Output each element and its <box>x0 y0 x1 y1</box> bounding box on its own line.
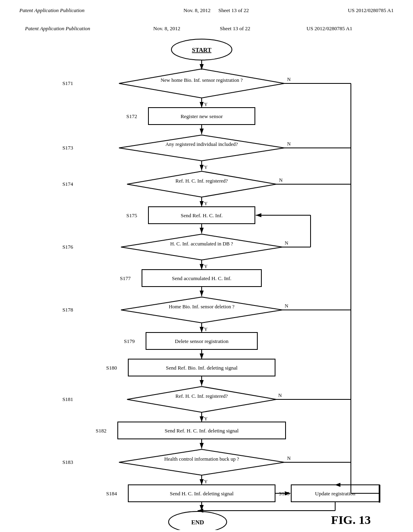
svg-text:N: N <box>279 177 283 183</box>
svg-text:Register new sensor: Register new sensor <box>181 113 223 119</box>
svg-text:N: N <box>278 393 282 398</box>
svg-text:Patent Application Publication: Patent Application Publication <box>25 25 90 31</box>
svg-text:S183: S183 <box>63 459 73 465</box>
svg-text:Delete sensor registration: Delete sensor registration <box>175 338 229 344</box>
svg-text:N: N <box>285 303 288 309</box>
svg-text:Send accumulated H. C. Inf.: Send accumulated H. C. Inf. <box>172 275 232 281</box>
svg-text:S175: S175 <box>126 212 137 218</box>
svg-text:Y: Y <box>204 102 208 107</box>
svg-text:S171: S171 <box>63 80 73 86</box>
svg-text:Send Ref. Bio. Inf. deleting s: Send Ref. Bio. Inf. deleting signal <box>166 365 238 371</box>
svg-text:S180: S180 <box>106 365 117 371</box>
header-date: Nov. 8, 2012 <box>184 7 211 13</box>
svg-text:FIG. 13: FIG. 13 <box>331 513 371 526</box>
main-diagram: Patent Application Publication Nov. 8, 2… <box>0 18 413 530</box>
header-left: Patent Application Publication <box>19 7 85 14</box>
svg-text:Send Ref. H. C. Inf. deleting : Send Ref. H. C. Inf. deleting signal <box>165 428 239 434</box>
svg-text:Health control information buc: Health control information buck up ? <box>164 456 239 462</box>
svg-text:S178: S178 <box>63 307 73 313</box>
header-center: Nov. 8, 2012 Sheet 13 of 22 <box>184 7 249 14</box>
svg-marker-104 <box>119 69 284 98</box>
svg-text:END: END <box>191 519 204 526</box>
header-sheet: Sheet 13 of 22 <box>219 7 249 13</box>
svg-text:N: N <box>287 455 291 461</box>
svg-text:New home Bio. Inf. sensor regi: New home Bio. Inf. sensor registration ? <box>161 77 243 83</box>
svg-text:S174: S174 <box>63 181 73 187</box>
svg-text:H. C. Inf. accumulated in DB ?: H. C. Inf. accumulated in DB ? <box>170 241 233 247</box>
svg-text:Y: Y <box>204 164 208 170</box>
svg-text:S173: S173 <box>63 145 73 151</box>
svg-text:Ref. H. C. Inf. registered?: Ref. H. C. Inf. registered? <box>175 393 228 399</box>
svg-text:S182: S182 <box>96 428 106 434</box>
svg-text:N: N <box>287 141 291 147</box>
svg-text:Ref. H. C. Inf. registered?: Ref. H. C. Inf. registered? <box>175 178 228 184</box>
svg-marker-143 <box>121 297 282 323</box>
svg-text:Sheet 13 of 22: Sheet 13 of 22 <box>220 25 250 31</box>
svg-text:Y: Y <box>204 264 208 269</box>
page-header: Patent Application Publication Nov. 8, 2… <box>0 0 413 14</box>
svg-marker-120 <box>127 171 276 197</box>
svg-text:Y: Y <box>204 416 208 422</box>
svg-text:Send H. C. Inf. deleting signa: Send H. C. Inf. deleting signal <box>170 490 234 497</box>
svg-text:Home Bio. Inf. sensor deletion: Home Bio. Inf. sensor deletion ? <box>169 304 235 310</box>
svg-text:Y: Y <box>204 201 208 206</box>
svg-text:Any registered individual incl: Any registered individual included? <box>165 141 238 147</box>
svg-text:Update registration: Update registration <box>315 490 355 497</box>
svg-text:S176: S176 <box>63 244 73 250</box>
svg-text:S181: S181 <box>63 396 73 402</box>
svg-text:N: N <box>285 240 288 246</box>
svg-marker-157 <box>127 387 276 412</box>
svg-text:S172: S172 <box>126 113 137 119</box>
svg-text:START: START <box>192 47 211 53</box>
svg-text:US 2012/0280785 A1: US 2012/0280785 A1 <box>307 25 352 31</box>
svg-text:S184: S184 <box>106 490 117 497</box>
svg-text:Nov. 8, 2012: Nov. 8, 2012 <box>153 25 180 31</box>
svg-marker-114 <box>119 135 284 161</box>
header-right: US 2012/0280785 A1 <box>348 7 394 14</box>
svg-text:Send Ref. H. C. Inf.: Send Ref. H. C. Inf. <box>181 212 223 218</box>
svg-marker-130 <box>121 234 282 260</box>
svg-text:S177: S177 <box>120 275 131 281</box>
svg-text:S179: S179 <box>124 338 135 344</box>
svg-text:Y: Y <box>204 479 208 484</box>
svg-text:N: N <box>287 77 291 82</box>
svg-marker-167 <box>119 449 284 475</box>
svg-text:S185: S185 <box>279 490 290 497</box>
svg-text:Y: Y <box>204 326 208 332</box>
